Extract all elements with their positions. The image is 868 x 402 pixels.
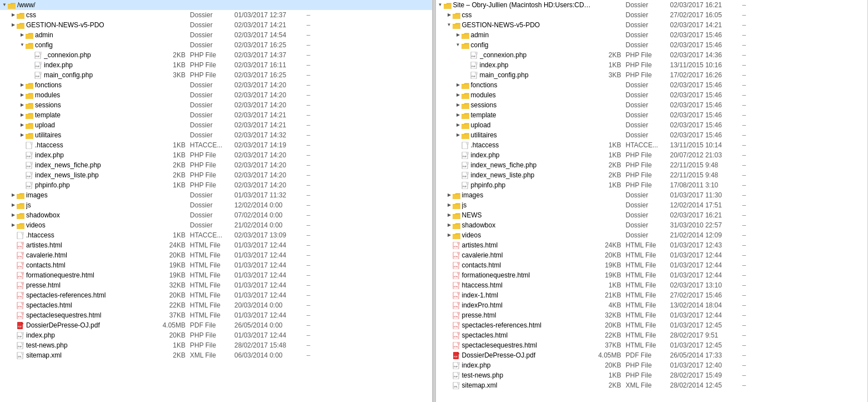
list-item[interactable]: HTML formationequestre.html19KBHTML File… [0, 270, 432, 280]
list-item[interactable]: PHP index_news_fiche.php2KBPHP File02/03… [0, 160, 432, 170]
list-item[interactable]: PHP index.php1KBPHP File02/03/2017 16:11… [0, 60, 432, 70]
list-item[interactable]: HTML spectacles-references.html20KBHTML … [0, 290, 432, 300]
list-item[interactable]: HTML spectacles.html22KBHTML File28/02/2… [436, 330, 868, 340]
list-item[interactable]: PHP index_news_liste.php2KBPHP File22/11… [436, 170, 868, 180]
list-item[interactable]: XML sitemap.xml2KBXML File06/03/2014 0:0… [0, 350, 432, 360]
list-item[interactable]: sessionsDossier02/03/2017 15:46– [436, 100, 868, 110]
expand-triangle[interactable] [19, 102, 26, 108]
expand-triangle[interactable] [19, 122, 26, 128]
expand-triangle[interactable] [10, 12, 17, 18]
list-item[interactable]: HTML cavalerie.html20KBHTML File01/03/20… [0, 250, 432, 260]
list-item[interactable]: adminDossier02/03/2017 15:46– [436, 30, 868, 40]
list-item[interactable]: shadowboxDossier07/02/2014 0:00– [0, 210, 432, 220]
list-item[interactable]: fonctionsDossier02/03/2017 15:46– [436, 80, 868, 90]
list-item[interactable]: configDossier02/03/2017 16:25– [0, 40, 432, 50]
expand-triangle[interactable] [455, 132, 461, 138]
list-item[interactable]: HTML htaccess.html1KBHTML File02/03/2017… [436, 280, 868, 290]
list-item[interactable]: PHP index_news_fiche.php2KBPHP File22/11… [436, 160, 868, 170]
list-item[interactable]: PDF DossierDePresse-OJ.pdf4.05MBPDF File… [0, 320, 432, 330]
list-item[interactable]: PHP index.php20KBPHP File01/03/2017 12:4… [0, 330, 432, 340]
list-item[interactable]: HTML contacts.html19KBHTML File01/03/201… [436, 260, 868, 270]
list-item[interactable]: PHP phpinfo.php1KBPHP File02/03/2017 14:… [0, 180, 432, 190]
list-item[interactable]: .htaccess1KBHTACCE...13/11/2015 10:14– [436, 140, 868, 150]
expand-triangle[interactable] [455, 102, 461, 108]
list-item[interactable]: NEWSDossier02/03/2017 16:21– [436, 210, 868, 220]
list-item[interactable]: uploadDossier02/03/2017 14:21– [0, 120, 432, 130]
list-item[interactable]: cssDossier27/02/2017 16:05– [436, 10, 868, 20]
expand-triangle[interactable] [455, 32, 461, 38]
list-item[interactable]: HTML spectacles-references.html20KBHTML … [436, 320, 868, 330]
list-item[interactable]: sessionsDossier02/03/2017 14:20– [0, 100, 432, 110]
list-item[interactable]: videosDossier21/02/2014 12:09– [436, 230, 868, 240]
expand-triangle[interactable] [446, 232, 453, 239]
list-item[interactable]: PHP index.php1KBPHP File20/07/2012 21:03… [436, 150, 868, 160]
list-item[interactable]: GESTION-NEWS-v5-PDODossier02/03/2017 14:… [436, 20, 868, 30]
expand-triangle[interactable] [437, 2, 444, 8]
list-item[interactable]: PDF DossierDePresse-OJ.pdf4.05MBPDF File… [436, 350, 868, 360]
list-item[interactable]: .htaccess1KBHTACCE...02/03/2017 14:19– [0, 140, 432, 150]
expand-triangle[interactable] [19, 112, 26, 118]
list-item[interactable]: imagesDossier01/03/2017 11:30– [436, 190, 868, 200]
expand-triangle[interactable] [446, 22, 453, 28]
expand-triangle[interactable] [19, 82, 26, 88]
expand-triangle[interactable] [19, 132, 26, 138]
list-item[interactable]: GESTION-NEWS-v5-PDODossier02/03/2017 14:… [0, 20, 432, 30]
list-item[interactable]: HTML presse.html32KBHTML File01/03/2017 … [436, 310, 868, 320]
list-item[interactable]: PHP index_news_liste.php2KBPHP File02/03… [0, 170, 432, 180]
list-item[interactable]: HTML artistes.html24KBHTML File01/03/201… [436, 240, 868, 250]
list-item[interactable]: HTML formationequestre.html19KBHTML File… [436, 270, 868, 280]
list-item[interactable]: HTML artistes.html24KBHTML File01/03/201… [0, 240, 432, 250]
list-item[interactable]: PHP test-news.php1KBPHP File28/02/2017 1… [0, 340, 432, 350]
expand-triangle[interactable] [10, 22, 17, 28]
expand-triangle[interactable] [455, 122, 461, 128]
list-item[interactable]: HTML indexPro.html4KBHTML File13/02/2014… [436, 300, 868, 310]
list-item[interactable]: shadowboxDossier31/03/2010 22:57– [436, 220, 868, 230]
list-item[interactable]: jsDossier12/02/2014 0:00– [0, 200, 432, 210]
list-item[interactable]: HTML index-1.html21KBHTML File27/02/2017… [436, 290, 868, 300]
expand-triangle[interactable] [446, 12, 453, 18]
list-item[interactable]: PHP _connexion.php2KBPHP File02/03/2017 … [436, 50, 868, 60]
list-item[interactable]: /www/ [0, 0, 432, 10]
expand-triangle[interactable] [455, 92, 461, 98]
list-item[interactable]: PHP phpinfo.php1KBPHP File17/08/2011 3:1… [436, 180, 868, 190]
list-item[interactable]: configDossier02/03/2017 15:46– [436, 40, 868, 50]
expand-triangle[interactable] [19, 42, 26, 48]
list-item[interactable]: fonctionsDossier02/03/2017 14:20– [0, 80, 432, 90]
expand-triangle[interactable] [446, 222, 453, 229]
list-item[interactable]: HTML spectacles.html22KBHTML File20/03/2… [0, 300, 432, 310]
list-item[interactable]: modulesDossier02/03/2017 14:20– [0, 90, 432, 100]
list-item[interactable]: PHP main_config.php3KBPHP File17/02/2017… [436, 70, 868, 80]
list-item[interactable]: XML sitemap.xml2KBXML File28/02/2014 12:… [436, 380, 868, 390]
list-item[interactable]: HTML presse.html32KBHTML File01/03/2017 … [0, 280, 432, 290]
list-item[interactable]: PHP main_config.php3KBPHP File02/03/2017… [0, 70, 432, 80]
expand-triangle[interactable] [455, 112, 461, 118]
list-item[interactable]: HTML cavalerie.html20KBHTML File01/03/20… [436, 250, 868, 260]
expand-triangle[interactable] [446, 202, 453, 209]
list-item[interactable]: .htaccess1KBHTACCE...02/03/2017 13:09– [0, 230, 432, 240]
list-item[interactable]: imagesDossier01/03/2017 11:32– [0, 190, 432, 200]
list-item[interactable]: modulesDossier02/03/2017 15:46– [436, 90, 868, 100]
left-pane[interactable]: /www/ cssDossier01/03/2017 12:37– GESTIO… [0, 0, 433, 402]
expand-triangle[interactable] [10, 202, 17, 209]
expand-triangle[interactable] [455, 42, 461, 48]
list-item[interactable]: PHP index.php1KBPHP File13/11/2015 10:16… [436, 60, 868, 70]
list-item[interactable]: templateDossier02/03/2017 15:46– [436, 110, 868, 120]
expand-triangle[interactable] [446, 212, 453, 219]
list-item[interactable]: videosDossier21/02/2014 0:00– [0, 220, 432, 230]
list-item[interactable]: utilitairesDossier02/03/2017 14:32– [0, 130, 432, 140]
expand-triangle[interactable] [19, 92, 26, 98]
list-item[interactable]: templateDossier02/03/2017 14:21– [0, 110, 432, 120]
list-item[interactable]: cssDossier01/03/2017 12:37– [0, 10, 432, 20]
list-item[interactable]: PHP _connexion.php2KBPHP File02/03/2017 … [0, 50, 432, 60]
list-item[interactable]: PHP index.php20KBPHP File01/03/2017 12:4… [436, 360, 868, 370]
list-item[interactable]: adminDossier02/03/2017 14:54– [0, 30, 432, 40]
list-item[interactable]: HTML spectaclesequestres.html37KBHTML Fi… [436, 340, 868, 350]
list-item[interactable]: jsDossier12/02/2014 17:51– [436, 200, 868, 210]
right-pane[interactable]: Site – Obry-Jullien (Macintosh HD:Users:… [436, 0, 869, 402]
list-item[interactable]: utilitairesDossier02/03/2017 15:46– [436, 130, 868, 140]
list-item[interactable]: HTML spectaclesequestres.html37KBHTML Fi… [0, 310, 432, 320]
list-item[interactable]: uploadDossier02/03/2017 15:46– [436, 120, 868, 130]
expand-triangle[interactable] [446, 192, 453, 198]
expand-triangle[interactable] [1, 2, 8, 8]
expand-triangle[interactable] [455, 82, 461, 88]
